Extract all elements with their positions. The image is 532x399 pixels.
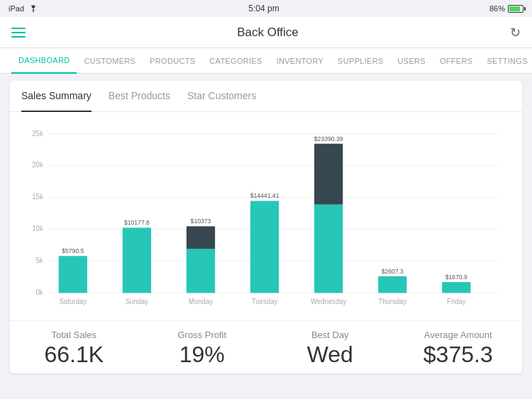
svg-text:5k: 5k xyxy=(36,257,43,264)
bar-monday-dark xyxy=(187,226,215,249)
stats-row: Total Sales 66.1K Gross Profit 19% Best … xyxy=(10,320,522,373)
svg-text:Saturday: Saturday xyxy=(60,297,87,305)
status-right: 86% xyxy=(489,4,523,13)
stat-best-day: Best Day Wed xyxy=(266,330,394,368)
stat-total-sales-label: Total Sales xyxy=(10,330,138,340)
stat-total-sales: Total Sales 66.1K xyxy=(10,330,138,368)
svg-text:$5790.5: $5790.5 xyxy=(62,247,84,254)
battery-icon xyxy=(508,5,523,13)
main-content: Sales Summary Best Products Star Custome… xyxy=(0,74,532,381)
svg-text:Thursday: Thursday xyxy=(378,297,406,305)
svg-text:20k: 20k xyxy=(32,161,43,169)
bar-chart: 0k 5k 10k 15k 20k 25k $5790.5 Saturday $… xyxy=(21,119,511,315)
device-label: iPad xyxy=(9,4,24,13)
stat-average-amount-value: $375.3 xyxy=(394,342,523,368)
nav-users[interactable]: USERS xyxy=(391,48,433,74)
nav-products[interactable]: PRODUCTS xyxy=(143,48,202,74)
battery-percent: 86% xyxy=(489,4,505,13)
svg-text:10k: 10k xyxy=(32,225,43,232)
bar-monday-teal xyxy=(187,249,215,293)
svg-text:Tuesday: Tuesday xyxy=(252,297,277,305)
bar-friday-teal xyxy=(442,282,470,293)
nav-inventory[interactable]: INVENTORY xyxy=(270,48,331,74)
status-bar: iPad 5:04 pm 86% xyxy=(0,0,532,17)
bar-sunday-teal xyxy=(123,227,151,293)
header-title: Back Office xyxy=(237,26,299,40)
svg-text:Monday: Monday xyxy=(189,297,213,305)
svg-text:$23390.39: $23390.39 xyxy=(314,135,343,142)
nav-dashboard[interactable]: DASHBOARD xyxy=(11,48,77,74)
tab-bar: Sales Summary Best Products Star Custome… xyxy=(10,81,522,112)
svg-text:Wednesday: Wednesday xyxy=(311,297,346,305)
svg-text:Sunday: Sunday xyxy=(126,297,148,305)
bar-thursday-teal xyxy=(378,276,406,293)
stat-best-day-label: Best Day xyxy=(266,330,394,340)
nav-settings[interactable]: SETTINGS xyxy=(480,48,532,74)
svg-point-0 xyxy=(33,11,34,13)
svg-text:15k: 15k xyxy=(32,193,43,201)
menu-button[interactable] xyxy=(11,28,26,38)
nav-bar: DASHBOARD CUSTOMERS PRODUCTS CATEGORIES … xyxy=(0,48,532,74)
stat-average-amount: Average Amount $375.3 xyxy=(394,330,523,368)
chart-container: 0k 5k 10k 15k 20k 25k $5790.5 Saturday $… xyxy=(10,112,522,317)
stat-gross-profit-label: Gross Profit xyxy=(138,330,267,340)
svg-text:$10373: $10373 xyxy=(191,218,211,225)
bar-tuesday-teal xyxy=(250,201,279,293)
stat-average-amount-label: Average Amount xyxy=(394,330,523,340)
tab-sales-summary[interactable]: Sales Summary xyxy=(21,81,92,112)
svg-text:Friday: Friday xyxy=(447,297,466,305)
stat-gross-profit-value: 19% xyxy=(138,342,267,368)
wifi-icon xyxy=(28,5,38,12)
svg-text:$1670.9: $1670.9 xyxy=(445,274,467,281)
stat-best-day-value: Wed xyxy=(266,342,394,368)
dashboard-card: Sales Summary Best Products Star Custome… xyxy=(10,81,522,373)
svg-text:0k: 0k xyxy=(36,288,43,296)
svg-text:$14441.41: $14441.41 xyxy=(250,192,279,199)
stat-total-sales-value: 66.1K xyxy=(10,342,138,368)
nav-customers[interactable]: CUSTOMERS xyxy=(77,48,143,74)
svg-text:25k: 25k xyxy=(32,129,43,137)
nav-categories[interactable]: CATEGORIES xyxy=(202,48,269,74)
stat-gross-profit: Gross Profit 19% xyxy=(138,330,267,368)
nav-offers[interactable]: OFFERS xyxy=(433,48,480,74)
battery-fill xyxy=(509,6,520,11)
tab-star-customers[interactable]: Star Customers xyxy=(187,81,256,112)
status-time: 5:04 pm xyxy=(248,4,279,13)
status-left: iPad xyxy=(9,4,38,13)
bar-saturday-teal xyxy=(59,256,87,293)
nav-suppliers[interactable]: SUPPLIERS xyxy=(331,48,390,74)
refresh-button[interactable]: ↻ xyxy=(510,25,521,40)
bar-wednesday-dark xyxy=(314,144,343,205)
app-header: Back Office ↻ xyxy=(0,17,532,48)
svg-text:$10177.8: $10177.8 xyxy=(124,219,150,226)
bar-wednesday-teal xyxy=(314,205,343,293)
tab-best-products[interactable]: Best Products xyxy=(109,81,170,112)
svg-text:$2607.3: $2607.3 xyxy=(382,267,404,274)
